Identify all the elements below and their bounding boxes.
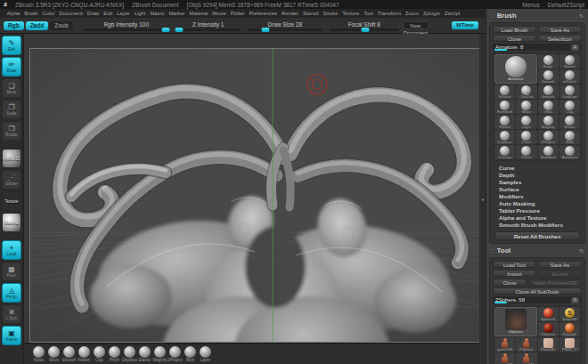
menu-zplugin[interactable]: Zplugin xyxy=(421,11,442,16)
brush-selected-thumbnail[interactable]: Armature xyxy=(494,54,537,84)
alpha-button[interactable]: Alpha 31 xyxy=(2,149,21,168)
menu-color[interactable]: Color xyxy=(40,11,57,16)
clone-brush-button[interactable]: Clone xyxy=(493,35,536,42)
quickbrush-move[interactable]: Move xyxy=(46,346,61,363)
draw-button[interactable]: ✏Draw xyxy=(2,57,21,77)
subpalette-auto-masking[interactable]: Auto Masking xyxy=(494,200,581,206)
brush-item-claytub[interactable]: ClayTub xyxy=(516,85,536,99)
palette-cycle-icon[interactable]: ↻ xyxy=(579,247,584,254)
menu-layer[interactable]: Layer xyxy=(115,11,133,16)
brush-item-inflat[interactable]: Inflat xyxy=(538,100,559,114)
brush-item-smooth[interactable]: Smooth xyxy=(538,85,559,99)
lsym-button[interactable]: ≋L.Sym xyxy=(2,304,21,324)
menu-alpha[interactable]: Alpha xyxy=(4,11,22,16)
tool-item-zsphere[interactable]: ZSphere xyxy=(516,337,536,352)
menu-stencil[interactable]: Stencil xyxy=(301,11,321,16)
move-button[interactable]: ❏Move xyxy=(2,78,21,98)
menu-brush[interactable]: Brush xyxy=(22,11,40,16)
menu-macro[interactable]: Macro xyxy=(148,11,167,16)
brush-item-smooth[interactable]: Smooth xyxy=(538,69,559,84)
menu-marker[interactable]: Marker xyxy=(167,11,187,16)
subpalette-tablet-pressure[interactable]: Tablet Pressure xyxy=(494,207,581,214)
subpalette-smooth-brush-modifiers[interactable]: Smooth Brush Modifiers xyxy=(494,222,581,228)
brush-item-dragdyn[interactable]: DragDyn xyxy=(559,85,580,99)
slider-track[interactable] xyxy=(330,28,399,31)
slider-3[interactable]: Draw Size 28 xyxy=(248,20,323,31)
quickbrush-layer[interactable]: Layer xyxy=(198,346,213,363)
select-icon-button[interactable]: SelectIcon xyxy=(538,35,582,42)
brush-item-clay[interactable]: Clay xyxy=(559,100,580,114)
brush-item-formsoft[interactable]: FormSoft xyxy=(494,100,515,114)
texture-button[interactable]: Texture xyxy=(2,191,21,211)
material-button[interactable]: Material xyxy=(2,213,21,232)
brush-item-bulge[interactable]: Bulge xyxy=(538,54,559,69)
current-tool-row[interactable]: ZSphere. 58 R xyxy=(493,296,582,303)
tool-item-sphere3[interactable]: Sphere3 xyxy=(538,307,559,321)
wtime-button[interactable]: WTime xyxy=(452,21,478,29)
brush-palette-header[interactable]: ∷ Brush ↻ xyxy=(489,11,585,20)
stroke-button[interactable]: ⋰Stroke xyxy=(2,170,21,190)
tool-item-simplebr[interactable]: SSimpleBr xyxy=(559,307,580,321)
subpalette-modifiers[interactable]: Modifiers xyxy=(494,193,581,199)
slider-handle[interactable] xyxy=(176,28,184,32)
quickbrush-magnify[interactable]: Magnify xyxy=(152,346,167,363)
menu-zscript[interactable]: Zscript xyxy=(442,11,461,16)
menu-material[interactable]: Material xyxy=(187,11,210,16)
tool-item-zsphere[interactable]: ZSphere xyxy=(538,322,559,336)
brush-r-button[interactable]: R xyxy=(571,44,579,51)
frame-button[interactable]: ▣Frame xyxy=(2,326,21,345)
brush-item-blob[interactable]: Blob xyxy=(559,130,580,144)
tool-selected-thumbnail[interactable]: ZSphere xyxy=(494,307,537,336)
brush-item-pinch[interactable]: Pinch xyxy=(516,130,536,144)
menu-texture[interactable]: Texture xyxy=(340,11,362,16)
import-button[interactable]: Import xyxy=(493,270,536,277)
quickbrush-zproject[interactable]: ZProject xyxy=(167,346,183,363)
menu-preferences[interactable]: Preferences xyxy=(247,11,279,16)
clone-tool-button[interactable]: Clone xyxy=(493,279,527,286)
brush-item-displace[interactable]: Displace xyxy=(494,130,515,144)
slider-handle[interactable] xyxy=(362,28,370,32)
document-viewport[interactable] xyxy=(29,48,483,343)
subpalette-alpha-and-texture[interactable]: Alpha and Texture xyxy=(494,214,581,221)
subpalette-curve[interactable]: Curve xyxy=(494,165,581,171)
floor-button[interactable]: ▦Floor xyxy=(2,262,21,281)
menu-document[interactable]: Document xyxy=(57,11,85,16)
quickbrush-noise[interactable]: Noise xyxy=(31,346,46,363)
brush-item-polish[interactable]: Polish xyxy=(516,145,536,159)
quickbrush-elastic[interactable]: Elastic xyxy=(137,346,152,363)
mode-rgb-button[interactable]: Rgb xyxy=(4,21,24,30)
tool-palette-header[interactable]: ∷ Tool ↻ xyxy=(489,246,585,255)
quickbrush-flatten[interactable]: Flatten xyxy=(77,346,92,363)
slider-track[interactable] xyxy=(84,28,169,31)
brush-item-sketch[interactable]: Sketch xyxy=(559,54,580,69)
subpalette-depth[interactable]: Depth xyxy=(494,172,581,178)
palette-cycle-icon[interactable]: ↻ xyxy=(579,12,584,19)
quickbrush-blob[interactable]: Blob xyxy=(183,346,198,363)
persp-button[interactable]: ◬Persp xyxy=(2,283,21,303)
slider-handle[interactable] xyxy=(161,28,169,32)
quickbrush-pinch[interactable]: Pinch xyxy=(107,346,122,363)
menu-tool[interactable]: Tool xyxy=(362,11,376,16)
menu-zoom[interactable]: Zoom xyxy=(404,11,421,16)
slider-1[interactable]: Rgb Intensity 100 xyxy=(84,20,169,31)
menus-label[interactable]: Menus xyxy=(522,2,540,8)
clone-all-subtools-button[interactable]: Clone All SubTools xyxy=(493,287,582,295)
quickbrush-clay[interactable]: Clay xyxy=(92,346,107,363)
brush-item-zproject[interactable]: ZProject xyxy=(538,130,559,144)
save-tool-button[interactable]: Save As xyxy=(538,261,582,268)
scale-button[interactable]: ❐Scale xyxy=(2,100,21,119)
menu-light[interactable]: Light xyxy=(132,11,148,16)
slider-4[interactable]: Focal Shift 8 xyxy=(330,20,399,31)
load-tool-button[interactable]: Load Tool xyxy=(493,261,536,268)
subpalette-samples[interactable]: Samples xyxy=(494,179,581,185)
tool-mini-slider[interactable] xyxy=(494,302,507,303)
zscript-name[interactable]: DefaultZScript xyxy=(548,2,584,8)
menu-movie[interactable]: Movie xyxy=(210,11,228,16)
local-button[interactable]: ⌖Local xyxy=(2,240,21,260)
tray-divider[interactable]: ◄ xyxy=(479,34,486,364)
brush-item-transpo[interactable]: Transpo xyxy=(494,145,515,159)
brush-mini-slider[interactable] xyxy=(494,49,507,51)
reset-all-brushes-button[interactable]: Reset All Brushes xyxy=(494,231,580,240)
brush-item-move[interactable]: Move xyxy=(516,100,536,114)
mode-zsub-button[interactable]: Zsub xyxy=(50,21,73,30)
